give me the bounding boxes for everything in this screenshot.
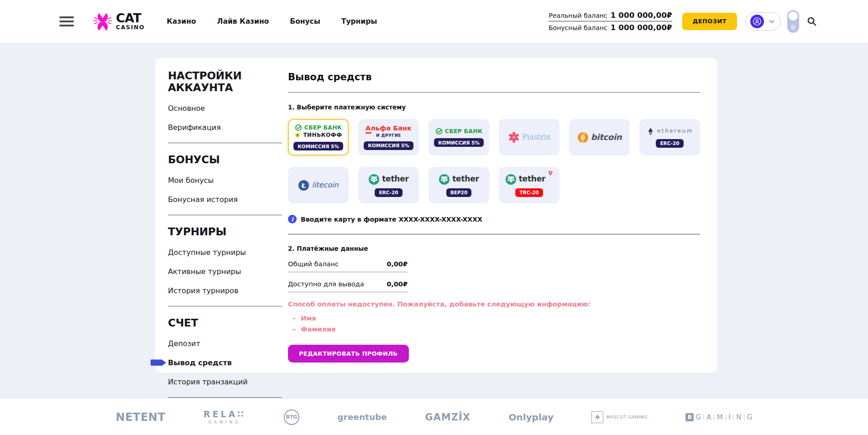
payment-balance-label: Общий баланс bbox=[288, 260, 339, 268]
method-badge: TRC-20 bbox=[515, 188, 543, 197]
theme-toggle[interactable] bbox=[787, 10, 799, 33]
balance-rows: Общий баланс0,00₽Доступно для вывода0,00… bbox=[288, 260, 700, 292]
method-badge: ERC-20 bbox=[656, 139, 683, 148]
method-badge: КОМИССИЯ 5% bbox=[293, 142, 343, 150]
info-text: Вводите карту в формате XXXX-XXXX-XXXX-X… bbox=[301, 216, 482, 223]
payment-method-label: litecoin bbox=[312, 181, 338, 189]
nav-item[interactable]: Турниры bbox=[341, 17, 377, 26]
balance-row: Реальный баланс1 000 000,00₽ bbox=[549, 9, 672, 21]
payment-method-label: ethereum bbox=[657, 128, 693, 135]
sidebar-item[interactable]: История турниров bbox=[168, 286, 282, 295]
sidebar-section-title: НАСТРОЙКИ АККАУНТА bbox=[168, 70, 282, 93]
sber-check-icon bbox=[295, 124, 302, 131]
payment-method-label: tether bbox=[519, 175, 546, 184]
deposit-button[interactable]: ДЕПОЗИТ bbox=[682, 13, 737, 30]
account-card: НАСТРОЙКИ АККАУНТАОсновноеВерификацияБОН… bbox=[155, 58, 717, 373]
sidebar-item[interactable]: Активные турниры bbox=[168, 267, 282, 276]
sidebar-section-title: СЧЕТ bbox=[168, 317, 282, 329]
payment-method-tether-bep20[interactable]: tetherBEP20 bbox=[429, 167, 489, 203]
litecoin-icon: Ł bbox=[298, 180, 309, 191]
payment-method-label: tether bbox=[382, 175, 409, 184]
payment-method-label: СБЕР БАНК bbox=[445, 128, 482, 135]
method-badge: BEP20 bbox=[446, 188, 471, 197]
provider-logo-onlyplay: Onlyplay bbox=[508, 412, 553, 423]
payment-method-label: tether bbox=[452, 175, 479, 184]
active-arrow-icon bbox=[151, 359, 166, 366]
payment-balance-value: 0,00₽ bbox=[387, 280, 408, 288]
main-nav: КазиноЛайв КазиноБонусыТурниры bbox=[167, 17, 377, 26]
page: CAT CASINO КазиноЛайв КазиноБонусыТурнир… bbox=[0, 0, 868, 435]
tether-icon bbox=[439, 174, 450, 185]
search-icon[interactable] bbox=[806, 16, 817, 26]
balance-label: Реальный баланс bbox=[549, 12, 607, 19]
tether-icon bbox=[505, 174, 517, 185]
edit-profile-button[interactable]: РЕДАКТИРОВАТЬ ПРОФИЛЬ bbox=[288, 345, 409, 362]
payment-method-label: ТИНЬКОФФ bbox=[303, 132, 342, 139]
payment-method-tether-erc20[interactable]: tetherERC-20 bbox=[358, 167, 419, 203]
payment-method-label: Piastrix bbox=[522, 133, 550, 141]
logo-title: CAT bbox=[116, 12, 145, 24]
method-badge: ERC-20 bbox=[375, 188, 402, 197]
tether-icon bbox=[368, 174, 380, 185]
divider bbox=[288, 92, 700, 93]
divider bbox=[288, 234, 700, 234]
payment-method-litecoin[interactable]: Łlitecoin bbox=[288, 167, 349, 203]
provider-logo-bgaming: BG|A|M|I|N|G bbox=[685, 413, 752, 421]
sidebar-item[interactable]: История транзакций bbox=[168, 378, 282, 386]
payment-method-bitcoin[interactable]: Bbitcoin bbox=[569, 119, 630, 155]
nav-item[interactable]: Казино bbox=[167, 17, 196, 26]
payment-method-label: СБЕР БАНК bbox=[304, 124, 342, 131]
balance-label: Бонусный баланс bbox=[549, 24, 607, 31]
tron-icon bbox=[548, 171, 553, 176]
info-row: i Вводите карту в формате XXXX-XXXX-XXXX… bbox=[288, 215, 700, 223]
mascot-gaming-icon: ❖ bbox=[591, 411, 603, 423]
missing-field: Имя bbox=[293, 313, 700, 324]
provider-logo-mascot-gaming: ❖MASCOT GAMING bbox=[591, 411, 648, 423]
toggle-knob bbox=[789, 11, 798, 21]
payment-method-tether-trc20[interactable]: tetherTRC-20 bbox=[499, 167, 559, 203]
sun-icon bbox=[790, 24, 797, 31]
provider-logo-gamzix: GAMZÎX bbox=[425, 412, 471, 423]
sidebar-item[interactable]: Депозит bbox=[168, 339, 282, 348]
payment-method-label: Альфа Банк bbox=[366, 124, 412, 132]
payment-method-label: И ДРУГИЕ bbox=[376, 133, 401, 138]
balance-row: Бонусный баланс1 000 000,00₽ bbox=[549, 21, 672, 33]
payment-balance-label: Доступно для вывода bbox=[288, 280, 364, 288]
sber-check-icon bbox=[435, 128, 443, 135]
sidebar-section-title: ТУРНИРЫ bbox=[168, 226, 282, 238]
payment-method-sber-tinkoff[interactable]: СБЕР БАНКТИНЬКОФФКОМИССИЯ 5% bbox=[288, 119, 349, 155]
sidebar-section-title: БОНУСЫ bbox=[168, 154, 282, 166]
logo-subtitle: CASINO bbox=[116, 25, 145, 31]
sidebar-section: ТУРНИРЫДоступные турнирыАктивные турниры… bbox=[168, 226, 282, 306]
balance-value: 1 000 000,00₽ bbox=[611, 11, 672, 20]
payment-method-alfa-bank[interactable]: Альфа БанкИ ДРУГИЕКОМИССИЯ 5% bbox=[358, 119, 419, 155]
logo[interactable]: CAT CASINO bbox=[93, 11, 145, 32]
tinkoff-shield-icon bbox=[294, 132, 301, 139]
nav-item[interactable]: Лайв Казино bbox=[217, 17, 269, 26]
payment-method-sber[interactable]: СБЕР БАНККОМИССИЯ 5% bbox=[429, 119, 489, 155]
account-menu[interactable] bbox=[745, 12, 781, 31]
step1-label: 1. Выберите платежную систему bbox=[288, 104, 700, 111]
missing-fields-list: ИмяФамилия bbox=[288, 313, 700, 335]
sidebar-item[interactable]: Мои бонусы bbox=[168, 176, 282, 185]
menu-button[interactable] bbox=[59, 16, 74, 26]
nav-item[interactable]: Бонусы bbox=[290, 17, 320, 26]
provider-logo-greentube: greentube bbox=[338, 412, 387, 422]
sidebar-item[interactable]: Бонусная история bbox=[168, 195, 282, 204]
sidebar-item[interactable]: Вывод средств bbox=[168, 358, 282, 367]
payment-method-ethereum[interactable]: ethereumERC-20 bbox=[639, 119, 700, 155]
payment-method-piastrix[interactable]: Piastrix bbox=[499, 119, 559, 155]
provider-logo-netent: NETENT bbox=[116, 411, 166, 424]
payment-method-label: bitcoin bbox=[591, 133, 622, 142]
sidebar: НАСТРОЙКИ АККАУНТАОсновноеВерификацияБОН… bbox=[155, 58, 288, 373]
provider-logo-relax-gaming: RELA∷GAMING bbox=[204, 410, 246, 425]
sidebar-item[interactable]: Верификация bbox=[168, 123, 282, 132]
sidebar-section: БОНУСЫМои бонусыБонусная история bbox=[168, 154, 282, 215]
chevron-down-icon bbox=[769, 18, 775, 25]
info-icon: i bbox=[288, 215, 297, 223]
topbar: CAT CASINO КазиноЛайв КазиноБонусыТурнир… bbox=[0, 0, 868, 42]
sidebar-item[interactable]: Основное bbox=[168, 104, 282, 113]
page-title: Вывод средств bbox=[288, 72, 700, 83]
payment-balance-value: 0,00₽ bbox=[387, 260, 408, 268]
sidebar-item[interactable]: Доступные турниры bbox=[168, 248, 282, 257]
